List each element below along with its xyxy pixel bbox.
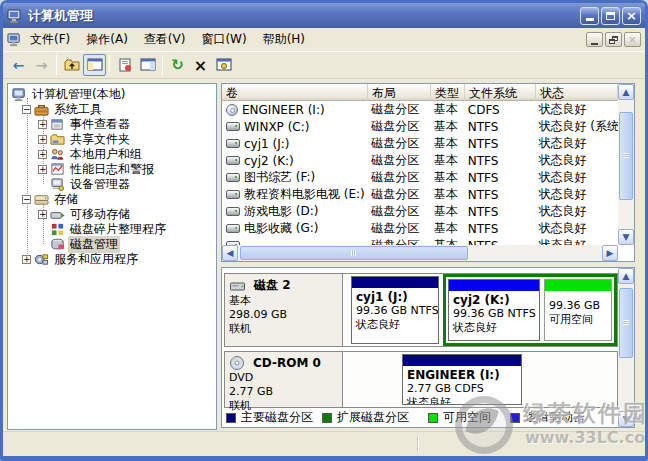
volume-row-games[interactable]: 游戏电影 (D:) 磁盘分区 基本 NTFS 状态良好 (222, 203, 618, 220)
tree-item-shared-folders[interactable]: + 共享文件夹 (8, 132, 216, 147)
tree-item-storage[interactable]: − 存储 (8, 192, 216, 207)
refresh-button[interactable]: ↻ (166, 54, 189, 76)
expand-icon[interactable]: + (38, 135, 47, 144)
close-button[interactable]: × (622, 7, 641, 25)
disk-type: DVD (229, 371, 338, 385)
tree-item-device-manager[interactable]: 设备管理器 (8, 177, 216, 192)
up-level-button[interactable] (60, 54, 83, 76)
minimize-button[interactable] (580, 7, 599, 25)
partition-engineer[interactable]: ENGINEER (I:) 2.77 GB CDFS 状态良好 (402, 354, 522, 405)
volume-row-cyj2[interactable]: cyj2 (K:) 磁盘分区 基本 NTFS 状态良好 (222, 152, 618, 169)
expand-icon[interactable]: + (38, 150, 47, 159)
volume-layout: 磁盘分区 (367, 101, 430, 118)
scrollbar-thumb[interactable] (619, 112, 633, 200)
scrollbar-thumb[interactable] (240, 246, 468, 260)
column-header-type[interactable]: 类型 (431, 84, 465, 101)
menu-action[interactable]: 操作(A) (78, 28, 136, 51)
menu-file[interactable]: 文件(F) (22, 28, 78, 51)
volume-row-movies[interactable]: 电影收藏 (G:) 磁盘分区 基本 NTFS 状态良好 (222, 220, 618, 237)
column-header-status[interactable]: 状态 (536, 84, 618, 101)
volume-name: WINXP (C:) (244, 120, 309, 134)
cdrom-0-header[interactable]: CD-ROM 0 DVD 2.77 GB 联机 (225, 352, 343, 407)
volume-row-books[interactable]: 图书综艺 (F:) 磁盘分区 基本 NTFS 状态良好 (222, 169, 618, 186)
delete-button[interactable]: × (189, 54, 212, 76)
forward-button[interactable]: → (30, 54, 53, 76)
show-pane-button[interactable] (136, 54, 159, 76)
tree-item-local-users-groups[interactable]: + 本地用户和组 (8, 147, 216, 162)
volume-fs: NTFS (464, 188, 535, 202)
mdi-restore-button[interactable] (605, 32, 622, 47)
disk-defragmenter-icon (50, 222, 65, 237)
disk-2-header[interactable]: 磁盘 2 基本 298.09 GB 联机 (225, 274, 343, 346)
volume-name: 教程资料电影电视 (E:) (244, 186, 365, 203)
disk-type: 基本 (229, 294, 338, 308)
disk-name: 磁盘 2 (254, 277, 291, 294)
expand-icon[interactable]: + (38, 210, 47, 219)
cdrom-0-row: CD-ROM 0 DVD 2.77 GB 联机 ENGINEER (I:) 2.… (224, 351, 618, 408)
volume-row-engineer[interactable]: ENGINEER (I:) 磁盘分区 基本 CDFS 状态良好 (222, 101, 618, 118)
tree-item-disk-management[interactable]: 磁盘管理 (8, 237, 216, 252)
volume-fs: NTFS (464, 154, 535, 168)
performance-logs-icon (50, 162, 65, 177)
delete-icon: × (194, 56, 207, 75)
tree-item-event-viewer[interactable]: + 事件查看器 (8, 117, 216, 132)
tree-item-computer-management[interactable]: 计算机管理(本地) (8, 87, 216, 102)
back-button[interactable]: ← (7, 54, 30, 76)
menu-window[interactable]: 窗口(W) (193, 28, 254, 51)
partition-cyj2[interactable]: cyj2 (K:) 99.36 GB NTFS 状态良好 (448, 279, 540, 341)
volume-row-winxp[interactable]: WINXP (C:) 磁盘分区 基本 NTFS 状态良好 (系统) (222, 118, 618, 135)
scrollbar-grip (351, 250, 356, 256)
scroll-left-arrow[interactable]: ◀ (222, 245, 238, 261)
column-header-filesystem[interactable]: 文件系统 (465, 84, 536, 101)
tree-item-services-applications[interactable]: + 服务和应用程序 (8, 252, 216, 267)
free-space-region[interactable]: 99.36 GB 可用空间 (544, 279, 612, 341)
expand-icon[interactable]: + (38, 120, 47, 129)
show-hide-console-tree-button[interactable] (83, 54, 106, 76)
volume-type: 基本 (430, 118, 464, 135)
graphical-panel-vertical-scrollbar[interactable]: ▲ ▼ (618, 268, 634, 427)
menu-help[interactable]: 帮助(H) (255, 28, 313, 51)
collapse-icon[interactable]: − (22, 195, 31, 204)
volume-type: 基本 (430, 135, 464, 152)
volume-rows: ENGINEER (I:) 磁盘分区 基本 CDFS 状态良好 WINXP (C… (222, 101, 618, 247)
console-tree-pane[interactable]: 计算机管理(本地) − 系统工具 + 事件查看器 + 共享文件夹 + 本地用户和… (7, 83, 217, 430)
pane-icon (140, 57, 156, 73)
scroll-up-arrow[interactable]: ▲ (618, 84, 634, 100)
volume-row-cyj1[interactable]: cyj1 (J:) 磁盘分区 基本 NTFS 状态良好 (222, 135, 618, 152)
mdi-minimize-button[interactable] (586, 32, 603, 47)
console-settings-button[interactable] (212, 54, 235, 76)
scroll-right-arrow[interactable]: ▶ (602, 245, 618, 261)
volume-type: 基本 (430, 220, 464, 237)
menu-view[interactable]: 查看(V) (136, 28, 194, 51)
properties-button[interactable] (113, 54, 136, 76)
hard-disk-volume-icon (226, 190, 240, 199)
expand-icon[interactable]: + (22, 255, 31, 264)
hard-disk-volume-icon (226, 156, 240, 165)
column-header-layout[interactable]: 布局 (368, 84, 431, 101)
mdi-close-button[interactable]: × (624, 32, 641, 47)
tree-item-performance-logs[interactable]: + 性能日志和警报 (8, 162, 216, 177)
tree-item-removable-storage[interactable]: + 可移动存储 (8, 207, 216, 222)
volume-list-horizontal-scrollbar[interactable]: ◀ ▶ (222, 245, 618, 261)
scrollbar-thumb[interactable] (619, 288, 633, 358)
scroll-up-arrow[interactable]: ▲ (618, 268, 634, 284)
tree-item-disk-defragmenter[interactable]: 磁盘碎片整理程序 (8, 222, 216, 237)
scroll-down-arrow[interactable]: ▼ (618, 411, 634, 427)
volume-cell: ENGINEER (I:) (222, 103, 367, 117)
tree-item-system-tools[interactable]: − 系统工具 (8, 102, 216, 117)
volume-list-vertical-scrollbar[interactable]: ▲ ▼ (618, 84, 634, 245)
title-bar[interactable]: 计算机管理 × (3, 3, 645, 28)
maximize-button[interactable] (601, 7, 620, 25)
volume-status: 状态良好 (534, 186, 618, 203)
volume-row-tutorials[interactable]: 教程资料电影电视 (E:) 磁盘分区 基本 NTFS 状态良好 (222, 186, 618, 203)
volume-fs: NTFS (464, 222, 535, 236)
collapse-icon[interactable]: − (22, 105, 31, 114)
expand-icon[interactable]: + (38, 165, 47, 174)
menu-bar: 文件(F) 操作(A) 查看(V) 窗口(W) 帮助(H) × (3, 28, 645, 52)
volume-list-header: 卷 布局 类型 文件系统 状态 (222, 84, 618, 101)
partition-cyj1[interactable]: cyj1 (J:) 99.36 GB NTFS 状态良好 (351, 276, 439, 344)
status-bar (3, 431, 645, 456)
volume-name: 游戏电影 (D:) (244, 203, 318, 220)
scroll-down-arrow[interactable]: ▼ (618, 229, 634, 245)
column-header-volume[interactable]: 卷 (222, 84, 368, 101)
